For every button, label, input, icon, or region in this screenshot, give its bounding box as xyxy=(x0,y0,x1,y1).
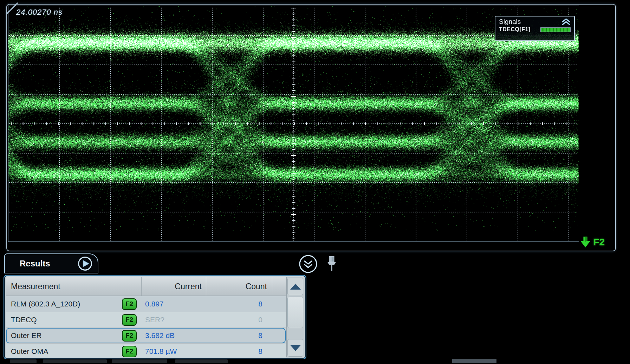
column-header-current[interactable]: Current xyxy=(142,277,206,296)
play-circle-icon[interactable] xyxy=(77,256,93,271)
measurement-name: TDECQ xyxy=(6,316,122,324)
column-header-count[interactable]: Count xyxy=(206,277,272,296)
cutoff-element xyxy=(452,359,496,363)
current-value: 3.682 dB xyxy=(142,331,206,340)
graticule-area[interactable]: 24.00270 ns Signals TDECQ[F1] xyxy=(8,6,579,242)
source-badge-f2: F2 xyxy=(122,314,137,326)
waveform-display-panel: 24.00270 ns Signals TDECQ[F1] xyxy=(6,4,616,251)
source-badge-f2: F2 xyxy=(122,298,137,310)
timebase-readout: 24.00270 ns xyxy=(16,8,63,17)
pushpin-icon[interactable] xyxy=(325,255,338,274)
count-value: 8 xyxy=(206,300,272,308)
scrollbar-thumb[interactable] xyxy=(287,297,303,328)
triangle-down-icon xyxy=(290,345,301,351)
collapse-results-button[interactable] xyxy=(299,254,318,273)
table-body: RLM (802.3 A_120D)F20.8978TDECQF2SER?0Ou… xyxy=(6,296,286,359)
source-indicator: F2 xyxy=(580,236,605,249)
current-value: 0.897 xyxy=(142,300,206,308)
cutoff-element xyxy=(112,359,167,363)
table-row[interactable]: Outer OMAF2701.8 µW8 xyxy=(6,344,286,359)
column-header-spacer xyxy=(272,277,286,296)
scroll-down-button[interactable] xyxy=(287,339,303,357)
table-row[interactable]: TDECQF2SER?0 xyxy=(6,312,286,328)
current-value: 701.8 µW xyxy=(142,347,206,356)
down-arrow-icon xyxy=(580,236,591,249)
source-indicator-label: F2 xyxy=(593,237,605,248)
source-badge-f2: F2 xyxy=(122,346,137,357)
measurement-name: Outer ER xyxy=(6,331,122,340)
cutoff-element xyxy=(10,359,37,363)
column-header-measurement[interactable]: Measurement xyxy=(6,277,142,296)
oscilloscope-screen: 24.00270 ns Signals TDECQ[F1] xyxy=(0,0,630,364)
measurement-name: Outer OMA xyxy=(6,347,122,356)
signal-legend-entry[interactable]: TDECQ[F1] xyxy=(499,26,531,33)
measurement-name: RLM (802.3 A_120D) xyxy=(6,300,122,308)
table-header-row: Measurement Current Count xyxy=(6,277,286,296)
eye-diagram-canvas[interactable] xyxy=(8,6,579,241)
count-value: 0 xyxy=(206,316,272,324)
cutoff-element xyxy=(43,359,107,363)
cutoff-element xyxy=(175,359,228,363)
count-value: 8 xyxy=(206,331,272,340)
table-scrollbar[interactable] xyxy=(286,277,304,357)
count-value: 8 xyxy=(206,347,272,356)
table-row[interactable]: RLM (802.3 A_120D)F20.8978 xyxy=(6,296,286,312)
table-row[interactable]: Outer ERF23.682 dB8 xyxy=(6,328,286,344)
scroll-up-button[interactable] xyxy=(287,278,303,295)
cutoff-strip xyxy=(0,359,630,364)
tab-results[interactable]: Results xyxy=(4,253,98,273)
signal-color-swatch xyxy=(540,27,571,32)
signals-legend-title: Signals xyxy=(499,18,521,26)
current-value: SER? xyxy=(142,316,206,324)
triangle-up-icon xyxy=(290,284,301,290)
source-badge-f2: F2 xyxy=(122,330,137,342)
chevron-double-up-icon[interactable] xyxy=(561,18,571,25)
results-table: Measurement Current Count RLM (802.3 A_1… xyxy=(4,276,306,359)
signals-legend[interactable]: Signals TDECQ[F1] xyxy=(495,16,575,41)
results-tab-label: Results xyxy=(20,259,50,269)
